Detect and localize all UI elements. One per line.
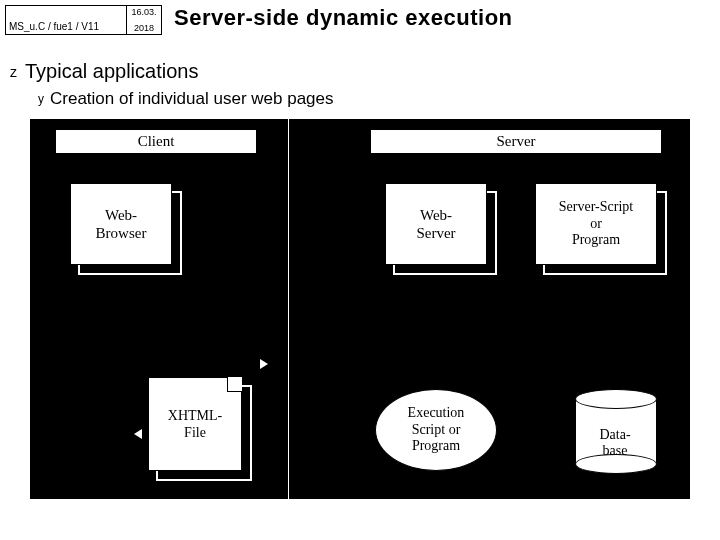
web-browser-box: Web- Browser bbox=[70, 183, 172, 265]
zone-server-label: Server bbox=[370, 129, 662, 154]
zone-divider bbox=[288, 119, 289, 499]
bullet-sub: y Creation of individual user web pages bbox=[38, 89, 710, 109]
slide-id-box: MS_u.C / fue1 / V11 16.03. 2018 bbox=[5, 5, 162, 35]
database-label: Data- base bbox=[575, 427, 655, 458]
cyl-top bbox=[575, 389, 657, 409]
arrowhead-icon bbox=[260, 359, 268, 369]
zone-client-label: Client bbox=[55, 129, 257, 154]
slide-id-label: MS_u.C / fue1 / V11 bbox=[6, 6, 127, 34]
arrowhead-icon bbox=[134, 429, 142, 439]
xhtml-file-box: XHTML- File bbox=[148, 377, 242, 471]
slide-date: 16.03. 2018 bbox=[127, 6, 161, 34]
slide-title: Server-side dynamic execution bbox=[174, 5, 513, 31]
date-top: 16.03. bbox=[131, 7, 156, 17]
date-bottom: 2018 bbox=[134, 23, 154, 33]
bullet-main-text: Typical applications bbox=[25, 60, 198, 83]
file-fold-icon bbox=[227, 377, 242, 392]
z-bullet-icon: z bbox=[10, 64, 17, 80]
bullet-sub-text: Creation of individual user web pages bbox=[50, 89, 334, 109]
y-bullet-icon: y bbox=[38, 92, 44, 106]
bullet-main: z Typical applications bbox=[10, 60, 710, 83]
database-cylinder: Data- base bbox=[575, 389, 655, 474]
web-server-box: Web- Server bbox=[385, 183, 487, 265]
architecture-diagram: Client Server Web- Browser Web- Server S… bbox=[30, 119, 690, 499]
exec-script-ellipse: Execution Script or Program bbox=[375, 389, 497, 471]
server-script-box: Server-Script or Program bbox=[535, 183, 657, 265]
xhtml-file-label: XHTML- File bbox=[149, 408, 241, 442]
